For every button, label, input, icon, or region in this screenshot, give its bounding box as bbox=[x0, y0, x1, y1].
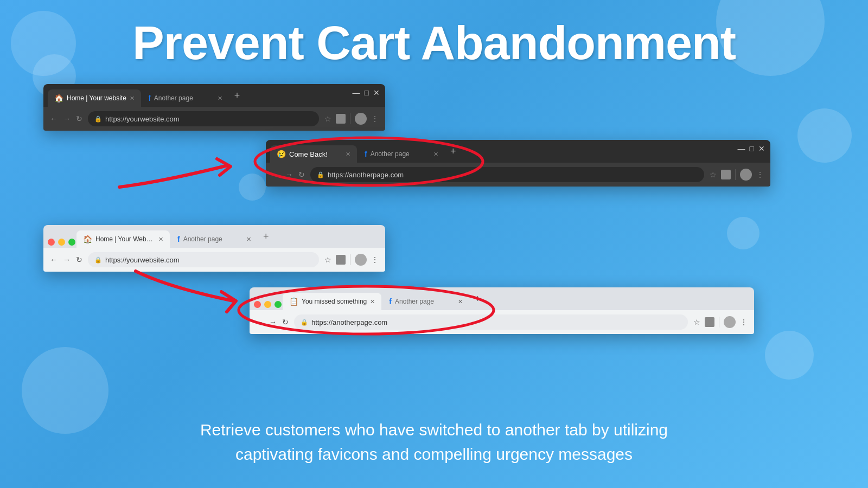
tab-another-label-right: Another page bbox=[371, 150, 410, 158]
back-btn-bottom-right[interactable]: ← bbox=[256, 318, 264, 326]
reload-btn-right[interactable]: ↻ bbox=[298, 170, 305, 179]
tl-green[interactable] bbox=[68, 239, 75, 246]
address-bar-dark: ← → ↻ 🔒 https://yourwebsite.com ☆ ⋮ bbox=[43, 107, 385, 131]
fb-favicon-dark: f bbox=[149, 94, 151, 102]
profile-icon-bottom-right[interactable] bbox=[724, 316, 736, 328]
menu-btn-bottom-right[interactable]: ⋮ bbox=[740, 318, 748, 326]
tab-home-light[interactable]: 🏠 Home | Your Website ✕ bbox=[76, 230, 170, 248]
bookmark-icon-light[interactable]: ☆ bbox=[324, 255, 331, 264]
tab-close-home-light[interactable]: ✕ bbox=[158, 236, 163, 243]
url-text-light: https://yourwebsite.com bbox=[105, 256, 180, 264]
browser-top-dark-right: 😢 Come Back! ✕ f Another page ✕ + — □ ✕ … bbox=[266, 140, 770, 187]
tl-red[interactable] bbox=[48, 239, 55, 246]
close-btn-right[interactable]: ✕ bbox=[758, 144, 765, 153]
reload-btn-bottom-right[interactable]: ↻ bbox=[282, 318, 289, 326]
address-bar-bottom-right: ← → ↻ 🔒 https://anotherpage.com ☆ ⋮ bbox=[250, 310, 754, 334]
fb-favicon-bottom-right: f bbox=[389, 297, 392, 306]
address-bar-light: ← → ↻ 🔒 https://yourwebsite.com ☆ ⋮ bbox=[43, 248, 385, 272]
fb-favicon-right: f bbox=[365, 150, 367, 158]
tab-close-another-bottom-right[interactable]: ✕ bbox=[458, 298, 463, 305]
tab-another-bottom-right[interactable]: f Another page ✕ bbox=[382, 293, 469, 310]
tab-close-you-missed[interactable]: ✕ bbox=[370, 298, 375, 305]
url-box-right[interactable]: 🔒 https://anotherpage.com bbox=[310, 167, 704, 182]
tab-come-back-label: Come Back! bbox=[289, 150, 328, 158]
tab-you-missed-label: You missed something bbox=[302, 298, 367, 305]
menu-btn-light[interactable]: ⋮ bbox=[371, 255, 379, 264]
lock-icon-bottom-right: 🔒 bbox=[301, 319, 308, 326]
forward-btn-light[interactable]: → bbox=[63, 255, 71, 264]
bookmark-icon-bottom-right[interactable]: ☆ bbox=[693, 318, 700, 326]
tab-come-back[interactable]: 😢 Come Back! ✕ bbox=[270, 145, 357, 163]
profile-icon-dark[interactable] bbox=[355, 113, 367, 125]
lock-icon-light: 🔒 bbox=[94, 256, 102, 264]
tab-close-another-light[interactable]: ✕ bbox=[246, 236, 251, 243]
tab-another-bottom-right-label: Another page bbox=[395, 298, 434, 305]
new-tab-btn-bottom-right[interactable]: + bbox=[470, 293, 485, 305]
red-arrow-top bbox=[108, 144, 260, 198]
url-text-bottom-right: https://anotherpage.com bbox=[311, 318, 387, 326]
cast-btn-right[interactable] bbox=[721, 170, 731, 179]
url-box-dark[interactable]: 🔒 https://yourwebsite.com bbox=[88, 111, 319, 126]
cast-btn-dark[interactable] bbox=[336, 114, 346, 124]
tl-yellow-right[interactable] bbox=[264, 301, 271, 308]
home-favicon: 🏠 bbox=[54, 94, 63, 102]
profile-icon-light[interactable] bbox=[355, 254, 367, 266]
tab-bar-dark: 🏠 Home | Your website ✕ f Another page ✕… bbox=[43, 84, 385, 107]
url-text-dark: https://yourwebsite.com bbox=[105, 115, 180, 123]
toolbar-right-dark: ☆ ⋮ bbox=[324, 113, 379, 125]
toolbar-right-right: ☆ ⋮ bbox=[710, 169, 764, 181]
back-btn-right[interactable]: ← bbox=[272, 170, 280, 179]
tab-home-label: Home | Your website bbox=[67, 94, 126, 102]
bookmark-icon-dark[interactable]: ☆ bbox=[324, 114, 331, 123]
cast-btn-bottom-right[interactable] bbox=[705, 317, 714, 327]
menu-btn-dark[interactable]: ⋮ bbox=[371, 114, 379, 123]
tl-green-right[interactable] bbox=[275, 301, 282, 308]
tab-close-another-dark[interactable]: ✕ bbox=[218, 95, 222, 102]
tab-another-light[interactable]: f Another page ✕ bbox=[171, 230, 258, 248]
forward-btn-right[interactable]: → bbox=[285, 170, 293, 179]
maximize-btn-right[interactable]: □ bbox=[750, 144, 754, 153]
traffic-lights bbox=[48, 239, 75, 248]
minimize-btn-dark[interactable]: — bbox=[353, 88, 360, 97]
cast-btn-light[interactable] bbox=[336, 255, 346, 265]
back-btn-light[interactable]: ← bbox=[50, 255, 58, 264]
menu-btn-right[interactable]: ⋮ bbox=[756, 170, 764, 179]
tl-yellow[interactable] bbox=[58, 239, 65, 246]
tab-another-dark[interactable]: f Another page ✕ bbox=[142, 89, 229, 107]
back-btn-dark[interactable]: ← bbox=[50, 114, 58, 123]
forward-btn-bottom-right[interactable]: → bbox=[269, 318, 277, 326]
reload-btn-dark[interactable]: ↻ bbox=[76, 114, 82, 123]
reload-btn-light[interactable]: ↻ bbox=[76, 255, 82, 264]
maximize-btn-dark[interactable]: □ bbox=[365, 88, 369, 97]
divider-right bbox=[735, 169, 736, 180]
tab-close-come-back[interactable]: ✕ bbox=[346, 151, 350, 158]
url-box-light[interactable]: 🔒 https://yourwebsite.com bbox=[88, 252, 319, 267]
tab-home-dark[interactable]: 🏠 Home | Your website ✕ bbox=[48, 89, 141, 107]
fb-favicon-light: f bbox=[177, 235, 180, 243]
tab-close-home[interactable]: ✕ bbox=[130, 95, 135, 102]
bookmark-icon-right[interactable]: ☆ bbox=[710, 170, 717, 179]
divider-bottom-right bbox=[719, 317, 719, 328]
address-bar-dark-right: ← → ↻ 🔒 https://anotherpage.com ☆ ⋮ bbox=[266, 163, 770, 187]
new-tab-btn-dark[interactable]: + bbox=[230, 90, 245, 101]
lock-icon-dark: 🔒 bbox=[94, 115, 102, 123]
tab-you-missed[interactable]: 📋 You missed something ✕ bbox=[283, 293, 381, 310]
toolbar-right-light: ☆ ⋮ bbox=[324, 254, 379, 266]
new-tab-btn-light[interactable]: + bbox=[259, 231, 273, 242]
traffic-lights-right bbox=[254, 301, 282, 310]
window-controls-dark: — □ ✕ bbox=[353, 88, 380, 97]
tab-bar-light: 🏠 Home | Your Website ✕ f Another page ✕… bbox=[43, 225, 385, 248]
browser-bottom-light: 🏠 Home | Your Website ✕ f Another page ✕… bbox=[43, 225, 385, 272]
close-btn-dark[interactable]: ✕ bbox=[373, 88, 380, 97]
tab-another-right[interactable]: f Another page ✕ bbox=[358, 145, 445, 163]
tab-close-another-right[interactable]: ✕ bbox=[433, 151, 438, 158]
minimize-btn-right[interactable]: — bbox=[738, 144, 745, 153]
tab-another-label-light: Another page bbox=[183, 235, 222, 243]
forward-btn-dark[interactable]: → bbox=[63, 114, 71, 123]
tab-home-label-light: Home | Your Website bbox=[95, 235, 155, 243]
browser-top-dark: 🏠 Home | Your website ✕ f Another page ✕… bbox=[43, 84, 385, 131]
tl-red-right[interactable] bbox=[254, 301, 261, 308]
new-tab-btn-right[interactable]: + bbox=[446, 146, 461, 157]
url-box-bottom-right[interactable]: 🔒 https://anotherpage.com bbox=[294, 314, 688, 330]
profile-icon-right[interactable] bbox=[740, 169, 752, 181]
